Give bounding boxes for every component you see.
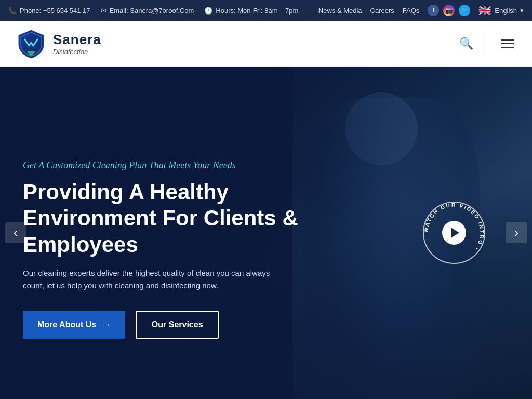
logo-area: Sanera Disinfection [16, 28, 101, 59]
twitter-icon[interactable]: 🐦 [459, 5, 470, 16]
chevron-down-icon: ▾ [520, 7, 524, 15]
more-about-us-label: More About Us [37, 320, 96, 329]
uk-flag-icon: 🇬🇧 [478, 4, 491, 17]
email-info: ✉ Email: Sanera@7oroof.Com [101, 7, 194, 15]
hero-title: Providing A Healthy Environment For Clie… [23, 179, 345, 258]
logo-shield-icon [16, 28, 47, 59]
svg-text:WATCH OUR VIDEO INTRO •: WATCH OUR VIDEO INTRO • [424, 203, 484, 252]
hero-section: Get A Customized Cleaning Plan That Meet… [0, 66, 532, 399]
language-label: English [495, 7, 517, 15]
video-circle: WATCH OUR VIDEO INTRO • [423, 202, 485, 264]
news-media-link[interactable]: News & Media [318, 7, 362, 15]
chevron-right-icon: › [514, 225, 518, 240]
chevron-left-icon: ‹ [14, 225, 18, 240]
header: Sanera Disinfection 🔍 [0, 21, 532, 66]
search-button[interactable]: 🔍 [459, 37, 473, 50]
phone-icon: 📞 [8, 7, 17, 15]
brand-tagline: Disinfection [53, 48, 101, 56]
clock-icon: 🕐 [204, 7, 212, 15]
our-services-label: Our Services [152, 320, 203, 329]
menu-line-2 [501, 43, 514, 44]
email-address: Email: Sanera@7oroof.Com [110, 7, 194, 15]
social-icons: f 📷 🐦 [428, 5, 470, 16]
top-bar-contact: 📞 Phone: +55 654 541 17 ✉ Email: Sanera@… [8, 7, 298, 15]
instagram-icon[interactable]: 📷 [443, 5, 455, 16]
facebook-icon[interactable]: f [428, 5, 439, 16]
menu-line-3 [501, 47, 514, 48]
hamburger-menu-button[interactable] [499, 37, 516, 50]
header-right: 🔍 [459, 33, 516, 54]
header-divider [486, 33, 486, 54]
logo-text: Sanera Disinfection [53, 32, 101, 56]
top-bar: 📞 Phone: +55 654 541 17 ✉ Email: Sanera@… [0, 0, 532, 21]
hero-content: Get A Customized Cleaning Plan That Meet… [23, 160, 345, 339]
language-selector[interactable]: 🇬🇧 English ▾ [478, 4, 524, 17]
hero-description: Our cleaning experts deliver the highest… [23, 267, 283, 292]
carousel-prev-button[interactable]: ‹ [5, 222, 26, 243]
email-icon: ✉ [101, 7, 107, 15]
careers-link[interactable]: Careers [370, 7, 394, 15]
phone-number: Phone: +55 654 541 17 [20, 7, 90, 15]
our-services-button[interactable]: Our Services [136, 311, 219, 339]
video-circular-text: WATCH OUR VIDEO INTRO • [424, 203, 484, 263]
arrow-right-icon: → [101, 320, 111, 330]
more-about-us-button[interactable]: More About Us → [23, 311, 125, 339]
hours-text: Hours: Mon-Fri: 8am – 7pm [216, 7, 298, 15]
menu-line-1 [501, 39, 514, 41]
hours-info: 🕐 Hours: Mon-Fri: 8am – 7pm [204, 7, 298, 15]
phone-info: 📞 Phone: +55 654 541 17 [8, 7, 90, 15]
brand-name: Sanera [53, 32, 101, 48]
hero-tagline: Get A Customized Cleaning Plan That Meet… [23, 160, 345, 171]
hero-buttons: More About Us → Our Services [23, 311, 345, 339]
carousel-next-button[interactable]: › [506, 222, 527, 243]
top-bar-nav: News & Media Careers FAQs f 📷 🐦 🇬🇧 Engli… [318, 4, 524, 17]
video-play-button[interactable]: WATCH OUR VIDEO INTRO • [423, 202, 485, 264]
faqs-link[interactable]: FAQs [403, 7, 420, 15]
